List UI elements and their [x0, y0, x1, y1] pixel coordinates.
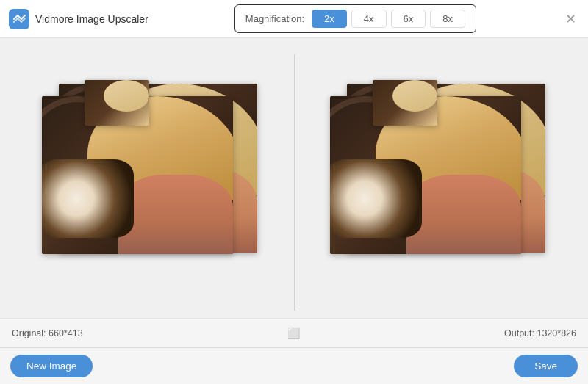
original-image-stack [33, 80, 267, 286]
mag-btn-8x[interactable]: 8x [430, 10, 465, 28]
mag-btn-6x[interactable]: 6x [391, 10, 426, 28]
new-image-button[interactable]: New Image [10, 355, 93, 377]
app-title: Vidmore Image Upscaler [35, 13, 148, 25]
magnification-label: Magnification: [245, 13, 304, 24]
bottom-bar: Original: 660*413 ⬜ Output: 1320*826 [0, 318, 588, 347]
original-thumbnail [85, 80, 149, 126]
original-size-label: Original: 660*413 [12, 328, 83, 338]
magnification-bar: Magnification: 2x 4x 6x 8x [234, 4, 476, 33]
compare-icon[interactable]: ⬜ [287, 327, 300, 339]
mag-btn-2x[interactable]: 2x [312, 10, 347, 28]
footer: New Image Save [0, 347, 588, 384]
app-logo-icon [9, 9, 29, 29]
save-button[interactable]: Save [514, 355, 578, 377]
output-image-stack [321, 80, 555, 286]
close-button[interactable]: ✕ [562, 12, 579, 26]
app-window: Vidmore Image Upscaler Magnification: 2x… [0, 0, 588, 384]
mag-btn-4x[interactable]: 4x [351, 10, 387, 28]
output-size-label: Output: 1320*826 [504, 328, 576, 338]
header: Vidmore Image Upscaler Magnification: 2x… [0, 0, 588, 38]
output-image-panel [295, 47, 583, 318]
main-content [0, 38, 588, 318]
header-left: Vidmore Image Upscaler [9, 9, 148, 29]
original-image-panel [6, 47, 294, 318]
output-thumbnail [373, 80, 437, 126]
